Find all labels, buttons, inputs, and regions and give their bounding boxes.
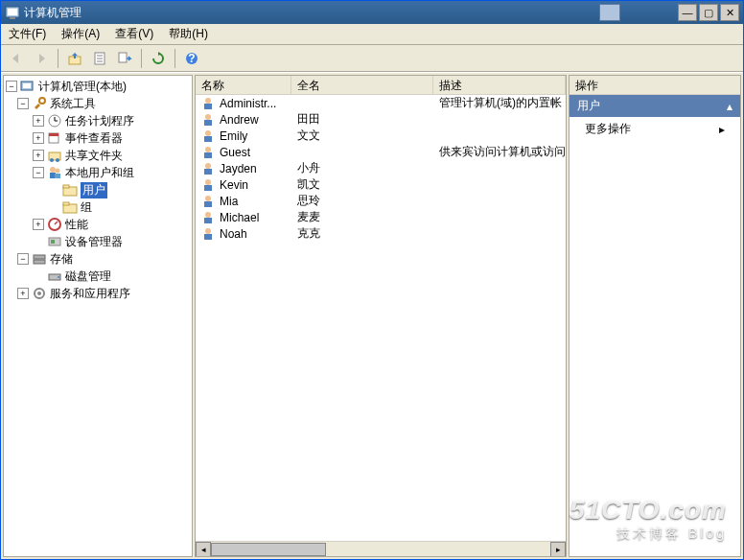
user-icon xyxy=(201,178,217,192)
list-row[interactable]: Mia思玲 xyxy=(196,193,566,209)
clock-icon xyxy=(47,113,62,128)
export-button[interactable] xyxy=(113,47,136,70)
svg-rect-25 xyxy=(55,174,60,178)
menu-action[interactable]: 操作(A) xyxy=(58,24,104,44)
expand-icon[interactable]: + xyxy=(17,288,29,299)
app-icon xyxy=(5,5,20,20)
list-row[interactable]: Noah克克 xyxy=(196,225,566,242)
services-icon xyxy=(32,286,47,301)
svg-point-13 xyxy=(39,98,45,104)
list-pane: 名称 全名 描述 Administr...管理计算机(域)的内置帐Andrew田… xyxy=(195,75,567,557)
svg-point-40 xyxy=(205,98,211,104)
svg-point-39 xyxy=(37,292,41,295)
cell-desc: 供来宾访问计算机或访问 xyxy=(433,144,566,160)
cell-fullname: 凯文 xyxy=(291,176,433,193)
list-header: 名称 全名 描述 xyxy=(196,76,566,95)
cell-name: Guest xyxy=(220,146,250,159)
tree-services[interactable]: + 服务和应用程序 xyxy=(6,285,190,302)
collapse-icon[interactable]: − xyxy=(17,98,29,109)
svg-rect-51 xyxy=(204,185,212,191)
menu-help[interactable]: 帮助(H) xyxy=(165,24,212,44)
expand-icon[interactable]: + xyxy=(33,150,44,161)
tree-localusers[interactable]: − 本地用户和组 xyxy=(6,164,190,181)
properties-button[interactable] xyxy=(88,47,111,70)
horizontal-scrollbar[interactable]: ◂ ▸ xyxy=(196,541,566,556)
collapse-icon[interactable]: − xyxy=(33,167,44,178)
user-icon xyxy=(201,146,217,159)
cell-name: Emily xyxy=(220,129,247,143)
svg-point-56 xyxy=(205,228,211,234)
svg-text:?: ? xyxy=(188,52,195,65)
refresh-button[interactable] xyxy=(147,47,170,70)
list-body[interactable]: Administr...管理计算机(域)的内置帐Andrew田田Emily文文G… xyxy=(196,95,566,541)
separator xyxy=(58,49,58,68)
collapse-icon[interactable]: − xyxy=(6,81,17,92)
cell-name: Administr... xyxy=(220,97,276,110)
svg-rect-12 xyxy=(23,83,31,88)
minimize-button[interactable]: — xyxy=(678,4,697,21)
user-icon xyxy=(201,227,217,241)
svg-rect-41 xyxy=(204,104,212,109)
action-group-header[interactable]: 用户 ▴ xyxy=(570,95,740,117)
tree-perf[interactable]: + 性能 xyxy=(6,216,190,233)
collapse-icon[interactable]: − xyxy=(17,253,29,265)
svg-rect-55 xyxy=(204,218,212,223)
menu-file[interactable]: 文件(F) xyxy=(5,24,50,44)
svg-rect-57 xyxy=(204,234,212,240)
tools-icon xyxy=(32,96,47,111)
list-row[interactable]: Emily文文 xyxy=(196,128,566,144)
col-desc[interactable]: 描述 xyxy=(433,76,566,94)
help-button[interactable]: ? xyxy=(180,47,203,70)
col-name[interactable]: 名称 xyxy=(196,76,291,94)
tree-storage[interactable]: − 存储 xyxy=(6,250,190,268)
mdi-restore-icon[interactable] xyxy=(599,4,620,21)
col-fullname[interactable]: 全名 xyxy=(291,76,433,94)
cell-fullname: 文文 xyxy=(291,128,433,144)
forward-button[interactable] xyxy=(30,47,53,70)
action-more[interactable]: 更多操作 ▸ xyxy=(570,117,740,141)
list-row[interactable]: Andrew田田 xyxy=(196,111,566,128)
list-row[interactable]: Jayden小舟 xyxy=(196,160,566,176)
tree-groups[interactable]: 组 xyxy=(6,198,190,216)
list-row[interactable]: Administr...管理计算机(域)的内置帐 xyxy=(196,95,566,111)
expand-icon[interactable]: + xyxy=(33,115,44,127)
back-button[interactable] xyxy=(5,47,28,70)
svg-point-50 xyxy=(205,179,211,185)
expand-icon[interactable]: + xyxy=(33,219,44,230)
tree-sharedfolders[interactable]: + 共享文件夹 xyxy=(6,147,190,164)
tree-devmgr[interactable]: 设备管理器 xyxy=(6,233,190,250)
device-icon xyxy=(47,234,62,249)
tree-root[interactable]: − 计算机管理(本地) xyxy=(6,78,190,95)
user-icon xyxy=(201,129,217,143)
tree-users[interactable]: 用户 xyxy=(6,181,190,198)
close-button[interactable]: ✕ xyxy=(720,4,739,21)
action-header: 操作 xyxy=(570,76,740,95)
cell-name: Michael xyxy=(220,211,259,224)
svg-point-54 xyxy=(205,212,211,218)
perf-icon xyxy=(47,217,62,232)
tree-pane[interactable]: − 计算机管理(本地) − 系统工具 + 任务计划程序 + 事件查看器 + xyxy=(3,75,193,557)
svg-point-22 xyxy=(50,167,56,173)
cell-fullname: 麦麦 xyxy=(291,209,433,225)
cell-fullname: 克克 xyxy=(291,225,433,242)
svg-point-24 xyxy=(56,169,60,174)
maximize-button[interactable]: ▢ xyxy=(699,4,718,21)
scroll-right-button[interactable]: ▸ xyxy=(550,542,566,557)
expand-icon[interactable]: + xyxy=(33,132,44,144)
list-row[interactable]: Guest供来宾访问计算机或访问 xyxy=(196,144,566,160)
user-icon xyxy=(201,211,217,224)
list-row[interactable]: Kevin凯文 xyxy=(196,176,566,193)
svg-point-20 xyxy=(50,158,54,162)
tree-systools[interactable]: − 系统工具 xyxy=(6,95,190,112)
chevron-right-icon: ▸ xyxy=(719,123,725,136)
menu-view[interactable]: 查看(V) xyxy=(111,24,157,44)
tree-eventviewer[interactable]: + 事件查看器 xyxy=(6,129,190,147)
up-level-button[interactable] xyxy=(63,47,86,70)
scroll-left-button[interactable]: ◂ xyxy=(196,542,211,557)
tree-taskscheduler[interactable]: + 任务计划程序 xyxy=(6,112,190,129)
list-row[interactable]: Michael麦麦 xyxy=(196,209,566,225)
content-area: − 计算机管理(本地) − 系统工具 + 任务计划程序 + 事件查看器 + xyxy=(1,72,743,559)
scroll-thumb[interactable] xyxy=(211,543,326,556)
svg-rect-53 xyxy=(204,201,212,207)
tree-diskmgmt[interactable]: 磁盘管理 xyxy=(6,268,190,285)
